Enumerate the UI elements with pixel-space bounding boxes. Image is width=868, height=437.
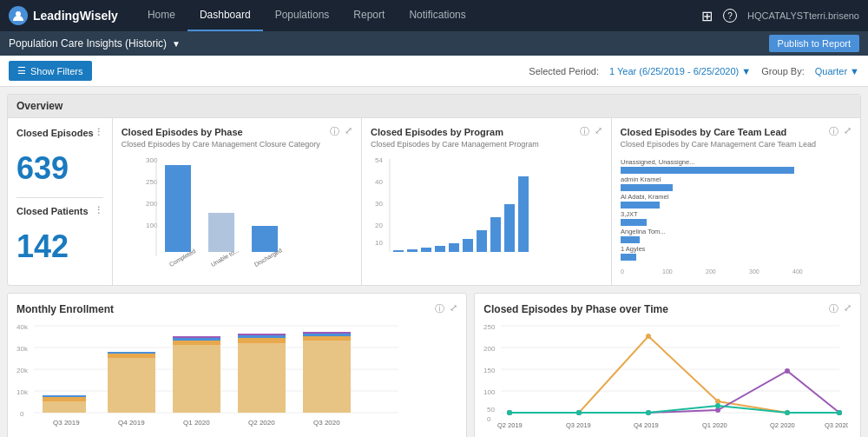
monthly-enrollment-info-icon[interactable]: ⓘ xyxy=(435,302,444,315)
by-program-subtitle: Closed Episodes by Care Management Progr… xyxy=(371,140,602,149)
by-phase-info-icon[interactable]: ⓘ xyxy=(330,125,339,138)
page-title: Population Care Insights (Historic) xyxy=(9,37,167,50)
grid-icon[interactable]: ⊞ xyxy=(701,8,713,24)
sub-header: Population Care Insights (Historic) ▼ Pu… xyxy=(0,31,868,56)
svg-text:0: 0 xyxy=(20,410,24,418)
svg-rect-22 xyxy=(449,243,459,252)
svg-text:Unassigned, Unassigne...: Unassigned, Unassigne... xyxy=(621,158,694,166)
period-controls: Selected Period: 1 Year (6/25/2019 - 6/2… xyxy=(529,66,859,76)
svg-point-104 xyxy=(715,403,720,408)
period-dropdown-arrow[interactable]: ▼ xyxy=(741,66,751,76)
header-right: ⊞ ? HQCATALYSTterri.briseno xyxy=(701,8,859,24)
svg-rect-55 xyxy=(43,401,86,413)
svg-rect-26 xyxy=(504,204,515,252)
svg-text:30k: 30k xyxy=(16,345,29,353)
svg-point-101 xyxy=(507,410,512,415)
by-program-info-icon[interactable]: ⓘ xyxy=(580,125,589,138)
by-phase-title: Closed Episodes by Phase xyxy=(122,127,243,137)
show-filters-button[interactable]: ☰ Show Filters xyxy=(9,61,92,81)
svg-text:100: 100 xyxy=(662,268,673,275)
svg-rect-66 xyxy=(238,338,286,343)
group-by-dropdown-arrow[interactable]: ▼ xyxy=(850,66,859,76)
nav-report[interactable]: Report xyxy=(341,0,397,31)
svg-text:200: 200 xyxy=(706,268,716,275)
closed-episodes-over-time-title: Closed Episodes by Phase over Time xyxy=(483,303,668,315)
nav-home[interactable]: Home xyxy=(135,0,187,31)
svg-rect-72 xyxy=(303,332,351,334)
svg-text:0: 0 xyxy=(621,268,624,275)
by-phase-chart: 300 250 200 100 Completed Unable to... D… xyxy=(122,152,312,274)
main-header: LeadingWisely Home Dashboard Populations… xyxy=(0,0,868,31)
svg-rect-29 xyxy=(621,167,794,174)
by-care-team-subtitle: Closed Episodes by Care Management Care … xyxy=(621,140,852,149)
svg-rect-7 xyxy=(208,213,234,252)
svg-rect-24 xyxy=(477,230,487,252)
svg-text:50: 50 xyxy=(487,406,495,414)
svg-rect-25 xyxy=(490,217,501,252)
closed-over-time-info-icon[interactable]: ⓘ xyxy=(829,302,838,315)
by-care-team-info-icon[interactable]: ⓘ xyxy=(829,125,838,138)
closed-episodes-over-time-chart: 250 200 150 100 50 0 xyxy=(483,319,848,437)
svg-rect-65 xyxy=(238,343,286,413)
svg-text:Q1 2020: Q1 2020 xyxy=(702,421,727,429)
nav-populations[interactable]: Populations xyxy=(263,0,342,31)
svg-rect-56 xyxy=(43,397,86,401)
nav-dashboard[interactable]: Dashboard xyxy=(187,0,263,31)
monthly-enrollment-expand-icon[interactable]: ⤢ xyxy=(450,302,457,315)
main-nav: Home Dashboard Populations Report Notifi… xyxy=(135,0,478,31)
closed-episodes-card: Closed Episodes ⋮ 639 Closed Patients ⋮ … xyxy=(8,118,113,285)
svg-text:10k: 10k xyxy=(16,388,29,396)
svg-text:Q4 2019: Q4 2019 xyxy=(118,419,145,427)
svg-text:admin Kramel: admin Kramel xyxy=(621,175,661,183)
logo: LeadingWisely xyxy=(9,6,118,25)
svg-text:Q3 2020: Q3 2020 xyxy=(313,419,340,427)
by-program-expand-icon[interactable]: ⤢ xyxy=(595,125,602,138)
nav-notifications[interactable]: Notifications xyxy=(397,0,477,31)
svg-point-103 xyxy=(646,410,651,415)
svg-text:Angelina Tom...: Angelina Tom... xyxy=(621,228,666,235)
svg-text:Q3 2019: Q3 2019 xyxy=(53,419,80,427)
by-program-title: Closed Episodes by Program xyxy=(371,127,503,137)
svg-text:Q1 2020: Q1 2020 xyxy=(183,419,210,427)
svg-rect-33 xyxy=(621,202,660,209)
publish-button[interactable]: Publish to Report xyxy=(769,35,859,52)
svg-text:Q3 2020: Q3 2020 xyxy=(825,421,848,429)
svg-text:20k: 20k xyxy=(16,367,29,374)
show-filters-label: Show Filters xyxy=(30,66,83,76)
svg-rect-27 xyxy=(518,176,529,252)
help-icon[interactable]: ? xyxy=(723,9,737,23)
svg-rect-67 xyxy=(238,335,286,338)
svg-rect-20 xyxy=(421,248,431,252)
svg-rect-64 xyxy=(173,336,220,338)
svg-rect-35 xyxy=(621,219,647,226)
svg-text:Q2 2020: Q2 2020 xyxy=(770,421,795,429)
by-care-team-chart: Unassigned, Unassigne... admin Kramel Al… xyxy=(621,152,820,278)
svg-rect-60 xyxy=(108,352,155,354)
by-care-team-expand-icon[interactable]: ⤢ xyxy=(844,125,852,138)
svg-text:3,JXT: 3,JXT xyxy=(621,210,638,218)
svg-rect-68 xyxy=(238,334,286,335)
svg-rect-58 xyxy=(108,358,155,413)
svg-rect-31 xyxy=(621,184,673,191)
closed-patients-header: Closed Patients ⋮ xyxy=(16,205,103,216)
overview-header: Overview xyxy=(8,95,860,118)
closed-episodes-menu[interactable]: ⋮ xyxy=(94,127,103,138)
main-content: Overview Closed Episodes ⋮ 639 Closed Pa… xyxy=(0,87,868,437)
selected-period-value[interactable]: 1 Year (6/25/2019 - 6/25/2020) ▼ xyxy=(609,66,751,76)
svg-text:1 Agyles: 1 Agyles xyxy=(621,245,646,253)
closed-over-time-expand-icon[interactable]: ⤢ xyxy=(844,302,852,315)
closed-patients-menu[interactable]: ⋮ xyxy=(94,205,103,216)
svg-rect-71 xyxy=(303,334,351,336)
title-dropdown-icon[interactable]: ▼ xyxy=(172,39,181,49)
svg-text:Al Adabi, Kramel: Al Adabi, Kramel xyxy=(621,193,669,201)
sub-header-title-area: Population Care Insights (Historic) ▼ xyxy=(9,37,181,50)
svg-text:Q4 2019: Q4 2019 xyxy=(634,421,659,429)
overview-content: Closed Episodes ⋮ 639 Closed Patients ⋮ … xyxy=(8,118,860,285)
group-by-value[interactable]: Quarter ▼ xyxy=(815,66,859,76)
filter-icon: ☰ xyxy=(17,65,26,76)
by-phase-expand-icon[interactable]: ⤢ xyxy=(345,125,352,138)
selected-period-label: Selected Period: xyxy=(529,66,599,76)
closed-episodes-by-phase-header: Closed Episodes by Phase ⓘ ⤢ xyxy=(122,125,352,138)
svg-text:Q2 2019: Q2 2019 xyxy=(497,421,523,429)
by-phase-subtitle: Closed Episodes by Care Management Closu… xyxy=(122,140,352,149)
